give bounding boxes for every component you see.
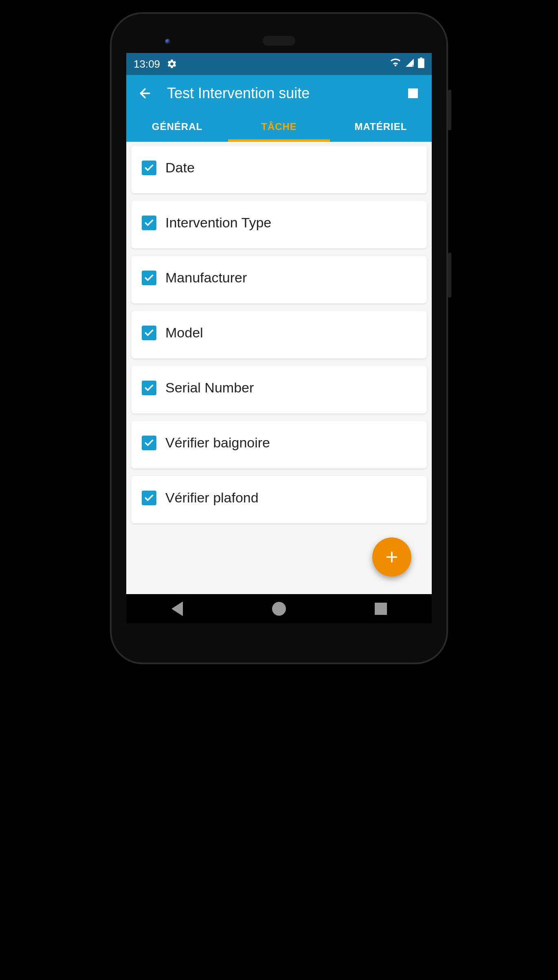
nav-home-button[interactable] <box>272 602 286 616</box>
svg-rect-2 <box>420 57 422 59</box>
task-label: Intervention Type <box>165 215 271 231</box>
wifi-icon <box>389 58 402 70</box>
tab-tache[interactable]: TÂCHE <box>228 112 330 142</box>
phone-frame: 13:09 x Test Interventio <box>110 12 448 664</box>
task-card[interactable]: Vérifier plafond <box>131 476 427 524</box>
stop-icon[interactable] <box>408 88 418 98</box>
svg-text:x: x <box>412 64 414 68</box>
app-bar: Test Intervention suite <box>126 75 432 112</box>
task-label: Date <box>165 160 195 176</box>
back-arrow-icon[interactable] <box>138 86 152 101</box>
status-bar: 13:09 x <box>126 53 432 75</box>
tab-general[interactable]: GÉNÉRAL <box>126 112 228 142</box>
battery-icon <box>418 57 424 71</box>
nav-back-button[interactable] <box>170 602 184 616</box>
status-left: 13:09 <box>134 58 177 70</box>
checkbox-icon[interactable] <box>142 436 156 450</box>
checkbox-icon[interactable] <box>142 216 156 230</box>
page-title: Test Intervention suite <box>167 85 393 102</box>
cell-signal-icon: x <box>405 58 415 70</box>
checkbox-icon[interactable] <box>142 491 156 505</box>
task-card[interactable]: Vérifier baignoire <box>131 421 427 469</box>
checkbox-icon[interactable] <box>142 381 156 395</box>
camera-dot <box>165 39 171 44</box>
task-label: Vérifier plafond <box>165 490 259 506</box>
task-label: Manufacturer <box>165 270 247 286</box>
task-list[interactable]: DateIntervention TypeManufacturerModelSe… <box>126 142 432 594</box>
speaker-grille <box>263 36 295 46</box>
screen: 13:09 x Test Interventio <box>126 53 432 623</box>
task-card[interactable]: Intervention Type <box>131 201 427 249</box>
status-time: 13:09 <box>134 58 160 70</box>
task-label: Vérifier baignoire <box>165 435 270 451</box>
checkbox-icon[interactable] <box>142 271 156 285</box>
tab-bar: GÉNÉRAL TÂCHE MATÉRIEL <box>126 112 432 142</box>
status-right: x <box>389 57 424 71</box>
checkbox-icon[interactable] <box>142 326 156 340</box>
svg-rect-1 <box>418 58 424 68</box>
task-card[interactable]: Model <box>131 311 427 359</box>
triangle-back-icon <box>171 601 183 616</box>
add-button[interactable] <box>372 537 411 577</box>
gear-icon <box>167 59 177 69</box>
side-button-volume <box>448 253 451 297</box>
side-button-power <box>448 90 451 130</box>
task-card[interactable]: Date <box>131 146 427 194</box>
task-label: Model <box>165 325 203 341</box>
task-card[interactable]: Serial Number <box>131 366 427 414</box>
circle-home-icon <box>272 602 286 616</box>
android-nav-bar <box>126 594 432 623</box>
checkbox-icon[interactable] <box>142 161 156 175</box>
square-recent-icon <box>375 603 387 615</box>
task-card[interactable]: Manufacturer <box>131 256 427 304</box>
tab-materiel[interactable]: MATÉRIEL <box>330 112 432 142</box>
nav-recent-button[interactable] <box>374 602 388 616</box>
task-label: Serial Number <box>165 380 254 396</box>
